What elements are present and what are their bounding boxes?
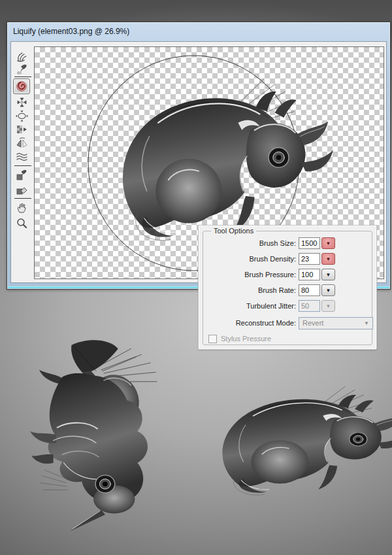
brush-size-label: Brush Size: [206, 239, 296, 247]
reconstruct-icon [16, 63, 28, 76]
brush-rate-input[interactable]: 80 [299, 284, 320, 296]
chevron-down-icon: ▼ [326, 241, 331, 246]
warped-shape-left [30, 340, 157, 531]
toolbar-divider [14, 165, 31, 166]
stylus-pressure-row: Stylus Pressure [208, 334, 271, 343]
chevron-down-icon: ▼ [326, 303, 331, 309]
brush-rate-label: Brush Rate: [206, 286, 296, 294]
reconstruct-mode-row: Reconstruct Mode: Revert ▼ [206, 317, 373, 329]
chevron-down-icon: ▼ [326, 272, 331, 278]
chevron-down-icon: ▼ [326, 288, 331, 294]
freeze-mask-tool-button[interactable] [14, 167, 29, 182]
brush-density-slider-button[interactable]: ▼ [321, 253, 335, 265]
turbulent-jitter-input: 50 [299, 300, 320, 312]
bloat-icon [16, 110, 28, 122]
toolbar-divider [14, 198, 31, 199]
window-titlebar[interactable]: Liquify (element03.png @ 26.9%) [7, 22, 390, 41]
mirror-icon [16, 137, 28, 150]
brush-size-row: Brush Size: 1500 ▼ [206, 237, 335, 249]
reconstruct-tool-button[interactable] [14, 62, 29, 76]
turbulent-jitter-slider-button: ▼ [321, 300, 335, 312]
twirl-clockwise-icon [16, 80, 27, 92]
stylus-pressure-label: Stylus Pressure [221, 335, 271, 343]
push-left-icon [16, 124, 28, 136]
warped-shape-canvas [123, 79, 333, 241]
stylus-pressure-checkbox [208, 335, 217, 343]
push-left-tool-button[interactable] [14, 122, 29, 137]
turbulent-jitter-row: Turbulent Jitter: 50 ▼ [206, 300, 335, 312]
brush-pressure-row: Brush Pressure: 100 ▼ [206, 269, 335, 280]
brush-pressure-input[interactable]: 100 [299, 269, 320, 280]
chevron-down-icon: ▼ [326, 256, 331, 262]
brush-density-label: Brush Density: [206, 255, 296, 263]
warped-shape-right [222, 386, 392, 495]
toolbar-divider [14, 76, 31, 77]
tool-options-title: Tool Options [211, 227, 256, 235]
brush-size-slider-button[interactable]: ▼ [321, 237, 335, 249]
mirror-tool-button[interactable] [14, 136, 29, 150]
forward-warp-tool-button[interactable] [14, 49, 29, 63]
freeze-mask-icon [16, 169, 28, 181]
brush-pressure-label: Brush Pressure: [206, 271, 296, 278]
thaw-mask-tool-button[interactable] [14, 182, 29, 196]
forward-warp-icon [16, 50, 28, 63]
hand-tool-button[interactable] [14, 201, 29, 215]
brush-size-input[interactable]: 1500 [299, 237, 320, 249]
screenshot-root: Liquify (element03.png @ 26.9%) [0, 0, 392, 555]
turbulence-tool-button[interactable] [14, 149, 29, 163]
reconstruct-mode-value: Revert [302, 319, 323, 327]
reconstruct-mode-label: Reconstruct Mode: [206, 319, 296, 327]
window-title: Liquify (element03.png @ 26.9%) [13, 27, 129, 36]
zoom-tool-button[interactable] [14, 216, 29, 230]
brush-pressure-slider-button[interactable]: ▼ [321, 269, 335, 280]
chevron-down-icon: ▼ [364, 320, 369, 326]
brush-density-row: Brush Density: 23 ▼ [206, 253, 335, 265]
reconstruct-mode-dropdown: Revert ▼ [299, 317, 373, 329]
tool-options-panel: Tool Options Brush Size: 1500 ▼ Brush De… [198, 225, 377, 350]
turbulent-jitter-label: Turbulent Jitter: [206, 302, 296, 310]
twirl-clockwise-tool-button[interactable] [13, 78, 30, 94]
brush-rate-row: Brush Rate: 80 ▼ [206, 284, 335, 296]
thaw-mask-icon [16, 183, 28, 195]
bloat-tool-button[interactable] [14, 109, 29, 123]
brush-density-input[interactable]: 23 [299, 253, 320, 265]
turbulence-icon [16, 150, 28, 163]
hand-icon [16, 202, 28, 214]
zoom-icon [16, 217, 28, 229]
tool-options-groupbox: Tool Options Brush Size: 1500 ▼ Brush De… [203, 231, 372, 345]
pucker-icon [16, 96, 28, 109]
pucker-tool-button[interactable] [14, 95, 29, 109]
brush-rate-slider-button[interactable]: ▼ [321, 284, 335, 296]
